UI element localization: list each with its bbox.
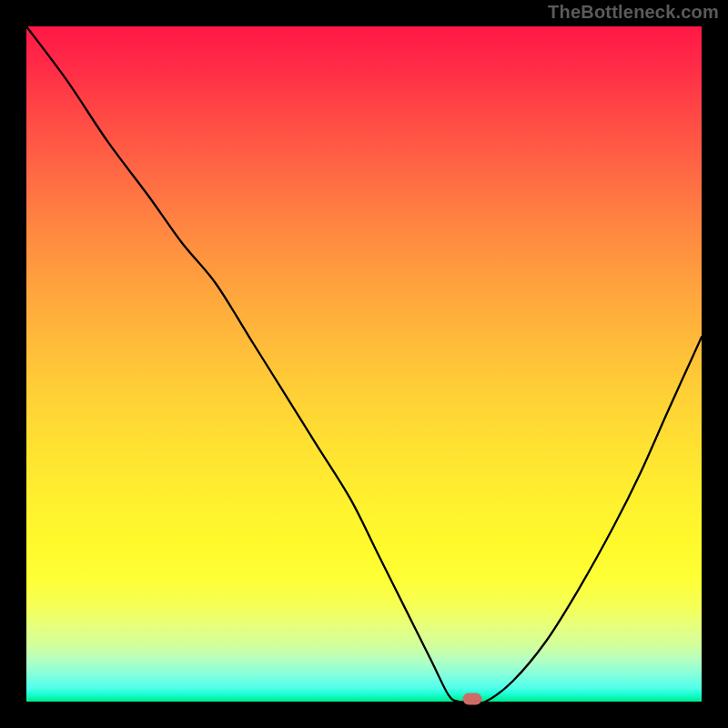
plot-area — [26, 26, 702, 702]
optimal-point-marker — [462, 693, 481, 705]
bottleneck-curve — [26, 26, 702, 702]
watermark-text: TheBottleneck.com — [548, 2, 719, 23]
chart-container: TheBottleneck.com — [0, 0, 728, 728]
